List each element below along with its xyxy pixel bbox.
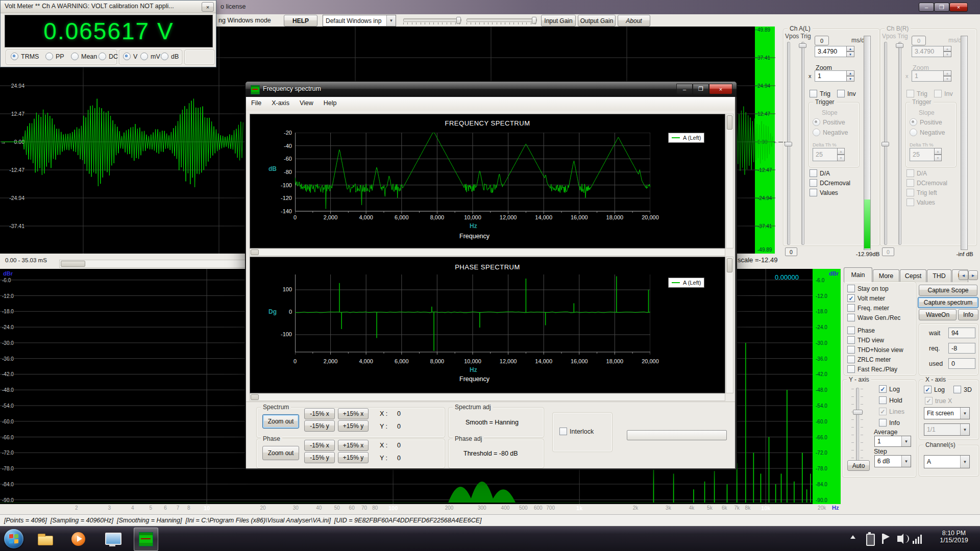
y-axis-log-checkbox[interactable]: ✓Log [879, 385, 900, 393]
capture-scope-button[interactable]: Capture Scope [919, 285, 977, 296]
chb-trig-checkbox[interactable]: Trig [906, 90, 927, 97]
taskbar-item-media-player[interactable] [67, 529, 90, 549]
action-center-flag-icon[interactable] [882, 534, 884, 544]
cha-zoom-spinner[interactable]: ▲▼ [846, 70, 854, 82]
freq-vscrollbar[interactable] [726, 114, 733, 248]
y-axis-info-checkbox[interactable]: Info [879, 419, 900, 427]
menu-item-x-axis[interactable]: X-axis [266, 97, 295, 109]
start-button[interactable] [4, 529, 23, 548]
chb-slope-positive[interactable]: Positive [910, 118, 942, 126]
spectrum-minimize-button[interactable]: – [676, 84, 693, 94]
unit-mode-v[interactable]: V [123, 53, 137, 60]
measure-mode-dc[interactable]: DC [99, 53, 118, 60]
spectrum-step-button-2[interactable]: -15% y [304, 420, 335, 432]
chb-zoom-spinner[interactable]: ▲▼ [943, 70, 951, 82]
menu-item-help[interactable]: Help [318, 97, 342, 109]
cha-ms-input[interactable]: 3.4790 [815, 46, 849, 57]
chb-delta-spinner[interactable]: ▲▼ [934, 148, 942, 161]
volt-meter-window[interactable]: Volt Meter ** Ch A WARNING: VOLT calibra… [0, 0, 216, 67]
gain-slider-1[interactable] [403, 18, 461, 22]
phase-zoom-out-button[interactable]: Zoom out [262, 446, 299, 460]
tab-cepst[interactable]: Cepst [900, 269, 926, 282]
tab-scroll-right[interactable]: ▸ [968, 270, 978, 280]
about-button[interactable]: About [618, 15, 650, 27]
capture-spectrum-button[interactable]: Capture spectrum [918, 297, 978, 308]
slider-thumb[interactable] [896, 43, 903, 48]
gain-slider-2[interactable] [467, 18, 537, 22]
help-button[interactable]: HELP [284, 15, 317, 27]
menu-item-view[interactable]: View [295, 97, 318, 109]
cha-delta-spinner[interactable]: ▲▼ [837, 148, 845, 161]
cha-trig-slider[interactable] [801, 42, 804, 245]
cha-trig-checkbox[interactable]: Trig [810, 90, 830, 97]
input-device-dropdown[interactable]: Default Windows inp ▼ [323, 15, 396, 27]
main-close-button[interactable]: × [949, 3, 968, 12]
main-check-thd-noise-view[interactable]: THD+Noise view [847, 346, 903, 354]
cha-check-values[interactable]: Values [810, 189, 838, 196]
info-button[interactable]: Info [958, 309, 978, 320]
ratio-dropdown[interactable]: 1/1▼ [924, 423, 970, 436]
phase-step-button-0[interactable]: -15% x [304, 440, 335, 451]
spectrum-step-button-1[interactable]: +15% x [338, 408, 369, 419]
chb-slope-negative[interactable]: Negative [910, 129, 945, 136]
wave-on-button[interactable]: WaveOn [919, 309, 957, 320]
y-axis-slider-thumb[interactable] [853, 410, 863, 415]
main-maximize-button[interactable]: ❐ [934, 3, 949, 12]
main-check-zrlc-meter[interactable]: ZRLC meter [847, 356, 891, 363]
freq-hscrollbar-thumb[interactable] [251, 249, 259, 255]
tab-thd[interactable]: THD [927, 269, 951, 282]
cha-delta-input[interactable]: 25 [813, 148, 840, 161]
phase-hscrollbar[interactable] [250, 393, 725, 401]
output-gain-button[interactable]: Output Gain [578, 15, 616, 27]
freq-hscrollbar[interactable] [250, 248, 725, 256]
auto-button[interactable]: Auto [847, 460, 870, 471]
chb-delta-input[interactable]: 25 [910, 148, 937, 161]
y-axis-lines-checkbox[interactable]: ✓Lines [879, 408, 904, 415]
cha-check-dcremoval[interactable]: DCremoval [810, 179, 850, 187]
tab-main[interactable]: Main [844, 267, 872, 282]
chb-zoom-input[interactable]: 1 [912, 70, 946, 82]
phase-vscrollbar-thumb[interactable] [727, 258, 732, 272]
true-x-checkbox[interactable]: ✓true X [925, 397, 952, 405]
phase-vscrollbar[interactable] [726, 257, 733, 393]
tray-expand-icon[interactable] [850, 535, 855, 539]
measure-mode-mean[interactable]: Mean [71, 53, 97, 60]
phase-step-button-3[interactable]: +15% y [338, 452, 369, 463]
phase-step-button-2[interactable]: -15% y [304, 452, 335, 463]
chb-ms-spinner[interactable]: ▲▼ [943, 46, 951, 57]
step-dropdown[interactable]: 6 dB▼ [874, 455, 911, 467]
scope-hscrollbar-thumb[interactable] [61, 261, 85, 267]
tab-scroll-left[interactable]: ◂ [959, 270, 968, 280]
spectrum-step-button-3[interactable]: +15% y [338, 420, 369, 432]
slider-thumb[interactable] [881, 142, 889, 146]
chb-ms-input[interactable]: 3.4790 [912, 46, 946, 57]
slider-thumb[interactable] [799, 43, 806, 48]
taskbar-item-explorer[interactable] [34, 529, 56, 549]
cha-slope-negative[interactable]: Negative [813, 129, 848, 136]
main-check-fast-rec-play[interactable]: Fast Rec./Play [847, 365, 897, 373]
chb-trig-slider[interactable] [898, 42, 901, 245]
main-check-thd-view[interactable]: THD view [847, 336, 884, 344]
taskbar-item-visual-analyser[interactable] [134, 528, 158, 551]
frequency-spectrum-window[interactable]: Frequency spectrum – ❐ × FileX-axisViewH… [245, 81, 737, 470]
freq-vscrollbar-thumb[interactable] [727, 115, 732, 130]
slider-thumb[interactable] [785, 142, 792, 146]
phase-hscrollbar-thumb[interactable] [251, 394, 259, 400]
main-check-wave-gen-rec[interactable]: Wave Gen./Rec [847, 314, 900, 321]
measure-mode-pp[interactable]: PP [45, 53, 64, 60]
unit-mode-db[interactable]: dB [161, 53, 179, 60]
cha-zoom-input[interactable]: 1 [815, 70, 849, 82]
spectrum-zoom-out-button[interactable]: Zoom out [262, 414, 299, 429]
main-check-stay-on-top[interactable]: Stay on top [847, 285, 889, 292]
spectrum-window-titlebar[interactable]: Frequency spectrum – ❐ × [246, 82, 737, 97]
average-dropdown[interactable]: 1▼ [874, 436, 911, 447]
fit-screen-dropdown[interactable]: Fit screen▼ [924, 407, 970, 419]
chb-check-values[interactable]: Values [906, 198, 935, 206]
input-gain-button[interactable]: Input Gain [541, 15, 576, 27]
speaker-icon[interactable] [897, 536, 901, 542]
cha-ms-spinner[interactable]: ▲▼ [846, 46, 854, 57]
y-axis-hold-checkbox[interactable]: Hold [879, 396, 902, 404]
cha-slope-positive[interactable]: Positive [813, 118, 845, 126]
main-check-freq-meter[interactable]: Freq. meter [847, 304, 889, 312]
tab-more[interactable]: More [873, 269, 899, 282]
